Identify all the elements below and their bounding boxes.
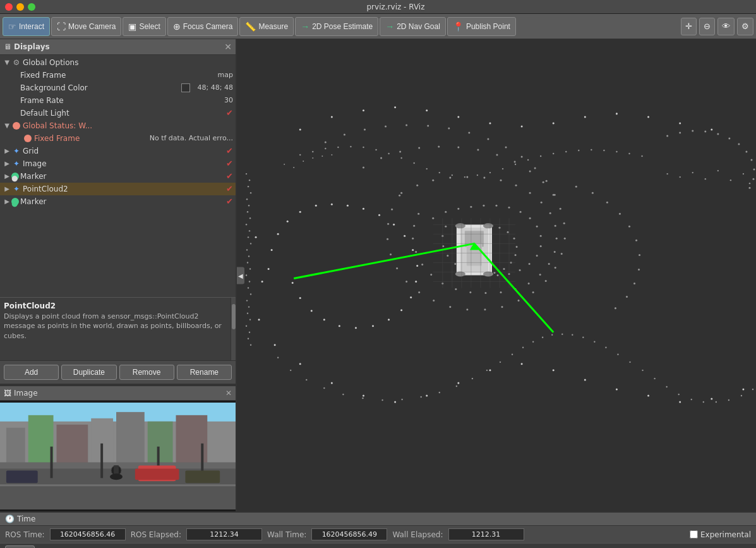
svg-point-107 bbox=[246, 325, 247, 326]
ros-time-label: ROS Time: bbox=[5, 530, 45, 539]
svg-point-307 bbox=[629, 362, 630, 363]
svg-point-222 bbox=[438, 146, 440, 148]
select-button[interactable]: ▣ Select bbox=[123, 17, 165, 36]
global-status-fixed-frame-row[interactable]: Fixed Frame No tf data. Actual erro... bbox=[0, 132, 236, 145]
window-controls bbox=[5, 3, 35, 11]
publish-point-button[interactable]: 📍 Publish Point bbox=[447, 17, 516, 36]
grid-row[interactable]: ▶ ✦ Grid ✔ bbox=[0, 145, 236, 157]
svg-point-201 bbox=[556, 238, 558, 240]
svg-point-91 bbox=[246, 224, 247, 225]
svg-point-259 bbox=[487, 138, 489, 140]
marker2-row[interactable]: ▶ ● Marker ✔ bbox=[0, 195, 236, 208]
svg-point-293 bbox=[472, 378, 473, 379]
svg-point-40 bbox=[410, 296, 412, 298]
image-checkbox[interactable]: ✔ bbox=[226, 158, 233, 169]
displays-content[interactable]: ▼ ⚙ Global Options Fixed Frame map Backg… bbox=[0, 55, 236, 297]
svg-point-305 bbox=[605, 347, 606, 348]
svg-point-71 bbox=[363, 109, 364, 111]
global-options-row[interactable]: ▼ ⚙ Global Options bbox=[0, 56, 236, 69]
marker1-checkbox[interactable]: ✔ bbox=[226, 171, 233, 182]
svg-point-171 bbox=[520, 211, 522, 213]
global-status-row[interactable]: ▼ Global Status: W... bbox=[0, 119, 236, 132]
marker1-expand[interactable]: ▶ bbox=[3, 171, 11, 182]
svg-point-282 bbox=[277, 357, 279, 358]
wall-elapsed-value[interactable]: 1212.31 bbox=[448, 528, 524, 540]
svg-point-97 bbox=[247, 262, 248, 263]
grid-expand[interactable]: ▶ bbox=[3, 145, 11, 157]
svg-point-248 bbox=[387, 223, 389, 225]
image-panel-close[interactable]: ✕ bbox=[225, 389, 232, 398]
svg-point-140 bbox=[565, 151, 567, 152]
image-row[interactable]: ▶ ✦ Image ✔ bbox=[0, 157, 236, 170]
close-button[interactable] bbox=[5, 3, 13, 11]
pointcloud2-checkbox[interactable]: ✔ bbox=[226, 183, 233, 195]
nav-goal-button[interactable]: → 2D Nav Goal bbox=[380, 17, 446, 36]
settings-button[interactable]: ⚙ bbox=[737, 18, 753, 35]
svg-point-277 bbox=[293, 167, 294, 168]
svg-point-141 bbox=[578, 150, 579, 151]
svg-point-236 bbox=[532, 291, 534, 293]
minimize-button[interactable] bbox=[16, 3, 24, 11]
pose-estimate-button[interactable]: → 2D Pose Estimate bbox=[295, 17, 378, 36]
svg-point-38 bbox=[416, 265, 418, 267]
rename-button[interactable]: Rename bbox=[177, 365, 232, 380]
svg-rect-11 bbox=[0, 484, 236, 486]
svg-point-153 bbox=[513, 238, 515, 240]
svg-point-84 bbox=[249, 180, 250, 181]
svg-point-200 bbox=[555, 225, 556, 227]
fixed-frame-row[interactable]: Fixed Frame map bbox=[0, 69, 236, 82]
nav-icon: → bbox=[385, 21, 394, 32]
frame-rate-row[interactable]: Frame Rate 30 bbox=[0, 94, 236, 107]
viewport-3d[interactable]: ◀ bbox=[237, 39, 756, 511]
measure-button[interactable]: 📏 Measure bbox=[239, 17, 294, 36]
svg-point-246 bbox=[390, 253, 392, 255]
svg-point-25 bbox=[268, 268, 270, 270]
description-scrollbar[interactable] bbox=[231, 298, 236, 360]
experimental-checkbox[interactable] bbox=[690, 530, 698, 539]
remove-button[interactable]: Remove bbox=[119, 365, 174, 380]
color-swatch[interactable] bbox=[181, 83, 190, 92]
svg-point-193 bbox=[466, 176, 468, 178]
svg-point-168 bbox=[483, 205, 484, 207]
frame-rate-label: Frame Rate bbox=[20, 95, 219, 106]
reset-button[interactable]: Reset bbox=[5, 545, 35, 548]
svg-point-154 bbox=[516, 246, 518, 248]
pose-label: 2D Pose Estimate bbox=[312, 22, 373, 31]
image-content[interactable] bbox=[0, 401, 236, 511]
svg-point-166 bbox=[457, 208, 459, 210]
svg-point-247 bbox=[387, 238, 388, 240]
image-expand[interactable]: ▶ bbox=[3, 158, 11, 169]
focus-camera-button[interactable]: ⊕ Focus Camera bbox=[167, 17, 239, 36]
experimental-option[interactable]: Experimental bbox=[690, 530, 751, 539]
grid-checkbox[interactable]: ✔ bbox=[226, 145, 233, 157]
svg-point-76 bbox=[521, 125, 523, 127]
background-color-row[interactable]: Background Color 48; 48; 48 bbox=[0, 82, 236, 94]
svg-point-35 bbox=[393, 224, 395, 226]
pointcloud2-expand[interactable]: ▶ bbox=[3, 183, 11, 195]
marker2-expand[interactable]: ▶ bbox=[3, 196, 11, 207]
global-status-expand[interactable]: ▼ bbox=[3, 120, 11, 131]
minus-button[interactable]: ⊖ bbox=[699, 18, 715, 35]
wall-time-value[interactable]: 1620456856.49 bbox=[311, 528, 387, 540]
ros-time-value[interactable]: 1620456856.46 bbox=[50, 528, 126, 540]
image-icon: ✦ bbox=[11, 159, 21, 169]
interact-button[interactable]: ☞ Interact bbox=[3, 17, 50, 36]
marker2-checkbox[interactable]: ✔ bbox=[226, 196, 233, 207]
global-options-expand[interactable]: ▼ bbox=[3, 57, 11, 68]
image-label: Image bbox=[23, 158, 226, 169]
move-camera-button[interactable]: ⛶ Move Camera bbox=[51, 17, 121, 36]
duplicate-button[interactable]: Duplicate bbox=[61, 365, 116, 380]
add-button[interactable]: Add bbox=[4, 365, 59, 380]
svg-point-157 bbox=[503, 268, 505, 270]
svg-point-177 bbox=[529, 263, 531, 265]
viewport-collapse-arrow[interactable]: ◀ bbox=[237, 267, 244, 284]
displays-close-button[interactable]: ✕ bbox=[224, 42, 232, 52]
view-button[interactable]: 👁 bbox=[717, 18, 735, 35]
add-display-button[interactable]: ✛ bbox=[681, 18, 697, 35]
marker1-row[interactable]: ▶ ● Marker ✔ bbox=[0, 170, 236, 183]
default-light-row[interactable]: Default Light ✔ bbox=[0, 107, 236, 119]
ros-elapsed-value[interactable]: 1212.34 bbox=[186, 528, 262, 540]
default-light-checkbox[interactable]: ✔ bbox=[226, 107, 233, 119]
pointcloud2-row[interactable]: ▶ ✦ PointCloud2 ✔ bbox=[0, 183, 236, 195]
maximize-button[interactable] bbox=[28, 3, 35, 11]
